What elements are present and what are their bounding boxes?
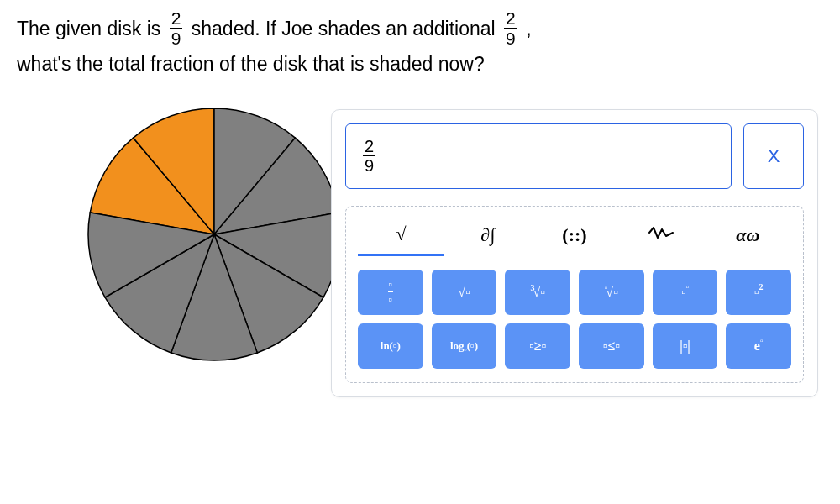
question-part4: what's the total fraction of the disk th…	[17, 53, 485, 75]
key-cbrt[interactable]: 3√▫	[505, 270, 570, 315]
keypad-tab-greek[interactable]: αω	[705, 219, 791, 255]
key-ln[interactable]: ln(▫)	[358, 323, 423, 369]
question-fraction-2: 2 9	[504, 8, 517, 48]
question-comma: ,	[526, 18, 531, 39]
keypad-tab-matrix[interactable]: (::)	[531, 219, 617, 255]
answer-fraction: 2 9	[363, 137, 375, 175]
question-text: The given disk is 2 9 shaded. If Joe sha…	[0, 0, 840, 79]
answer-input[interactable]: 2 9	[345, 123, 732, 189]
key-gte[interactable]: ▫≥▫	[505, 323, 570, 369]
math-keypad: √∂∫(::)αω ▫▫√▫3√▫▫√▫▫▫▫2ln(▫)log▫(▫)▫≥▫▫…	[345, 206, 804, 383]
key-fraction[interactable]: ▫▫	[358, 270, 423, 315]
question-part1: The given disk is	[17, 18, 160, 39]
keypad-tabs: √∂∫(::)αω	[358, 218, 791, 256]
key-power[interactable]: ▫▫	[653, 270, 718, 315]
clear-button[interactable]: X	[743, 123, 804, 189]
fraction-disk	[84, 104, 344, 365]
input-panel: 2 9 X √∂∫(::)αω ▫▫√▫3√▫▫√▫▫▫▫2ln(▫)log▫(…	[331, 109, 818, 397]
key-lte[interactable]: ▫≤▫	[579, 323, 644, 369]
key-sqrt[interactable]: √▫	[432, 270, 497, 315]
key-log[interactable]: log▫(▫)	[432, 323, 497, 369]
key-abs[interactable]: |▫|	[653, 323, 718, 369]
keypad-tab-calculus[interactable]: ∂∫	[444, 219, 531, 255]
question-fraction-1: 2 9	[170, 8, 183, 48]
keypad-tab-root[interactable]: √	[358, 218, 444, 256]
keypad-tab-stats[interactable]	[618, 219, 705, 255]
key-exp[interactable]: e▫	[726, 323, 791, 369]
key-nroot[interactable]: ▫√▫	[579, 270, 644, 315]
key-square[interactable]: ▫2	[726, 270, 791, 315]
keypad-keys: ▫▫√▫3√▫▫√▫▫▫▫2ln(▫)log▫(▫)▫≥▫▫≤▫|▫|e▫	[358, 270, 791, 369]
question-part2: shaded. If Joe shades an additional	[192, 18, 496, 39]
